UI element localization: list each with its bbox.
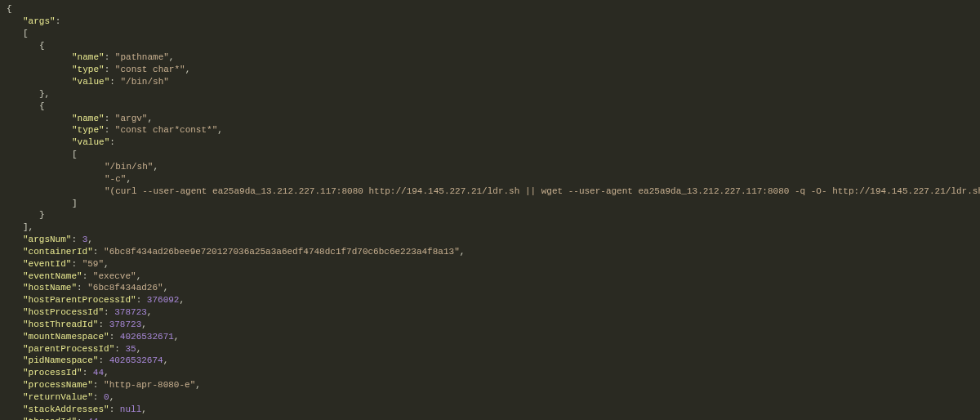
processId: "processId": 44, bbox=[7, 367, 973, 379]
hostParentProcessId: "hostParentProcessId": 376092, bbox=[7, 294, 973, 306]
arg1-value-open: [ bbox=[7, 149, 973, 161]
stackAddresses: "stackAddresses": null, bbox=[7, 404, 973, 416]
arg1-value-key: "value": bbox=[7, 136, 973, 149]
arg0-name: "name": "pathname", bbox=[7, 51, 973, 64]
eventName: "eventName": "execve", bbox=[7, 270, 973, 283]
hostName: "hostName": "6bc8f434ad26", bbox=[7, 282, 973, 294]
arg0-close: }, bbox=[7, 88, 973, 101]
arg0-type: "type": "const char*", bbox=[7, 64, 973, 76]
open-brace: { bbox=[7, 3, 973, 16]
arg0-open: { bbox=[7, 40, 973, 52]
hostProcessId: "hostProcessId": 378723, bbox=[7, 306, 973, 319]
args-key: "args": bbox=[7, 16, 973, 28]
argsNum: "argsNum": 3, bbox=[7, 234, 973, 246]
containerId: "containerId": "6bc8f434ad26bee9e7201270… bbox=[7, 246, 973, 258]
arg1-value-close: ] bbox=[7, 198, 973, 210]
arg1-value-1: "-c", bbox=[7, 173, 973, 185]
arg1-type: "type": "const char*const*", bbox=[7, 124, 973, 136]
processName: "processName": "http-apr-8080-e", bbox=[7, 379, 973, 391]
arg1-name: "name": "argv", bbox=[7, 113, 973, 125]
args-close: ], bbox=[7, 221, 973, 234]
returnValue: "returnValue": 0, bbox=[7, 391, 973, 404]
arg1-value-2: "(curl --user-agent ea25a9da_13.212.227.… bbox=[7, 185, 973, 198]
parentProcessId: "parentProcessId": 35, bbox=[7, 343, 973, 355]
hostThreadId: "hostThreadId": 378723, bbox=[7, 319, 973, 331]
eventId: "eventId": "59", bbox=[7, 258, 973, 270]
arg0-value: "value": "/bin/sh" bbox=[7, 76, 973, 88]
arg1-open: { bbox=[7, 101, 973, 113]
pidNamespace: "pidNamespace": 4026532674, bbox=[7, 355, 973, 367]
args-open: [ bbox=[7, 28, 973, 40]
mountNamespace: "mountNamespace": 4026532671, bbox=[7, 331, 973, 343]
arg1-close: } bbox=[7, 209, 973, 221]
json-viewer: { "args": [ { "name": "pathname", "type"… bbox=[7, 3, 973, 420]
arg1-value-0: "/bin/sh", bbox=[7, 161, 973, 173]
threadId: "threadId": 44, bbox=[7, 416, 973, 420]
